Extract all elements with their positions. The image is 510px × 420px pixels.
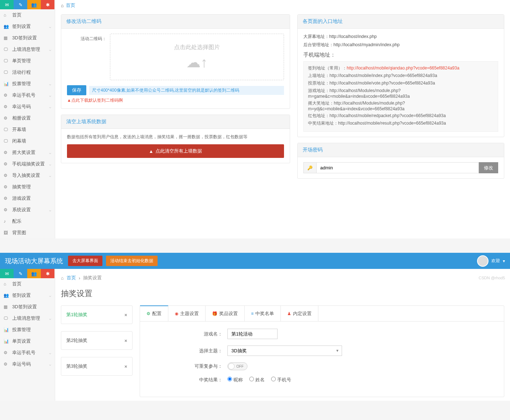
round-item[interactable]: 第2轮抽奖× xyxy=(61,331,133,350)
nav-icon: 📊 xyxy=(4,81,9,86)
tab[interactable]: ♟内定设置 xyxy=(281,306,318,321)
sidebar-item[interactable]: ⚙抽奖管理 xyxy=(0,181,55,193)
nav-label: 手机端抽奖设置 xyxy=(12,161,45,167)
sidebar-item[interactable]: ⚙游戏设置 xyxy=(0,193,55,204)
sidebar-item[interactable]: 👥签到设置⌵ xyxy=(0,21,55,32)
nav-label: 投票管理 xyxy=(12,327,31,333)
close-icon[interactable]: × xyxy=(124,338,127,343)
nav-icon: ⚙ xyxy=(4,116,9,121)
tab-bar: ⚙配置◉主题设置🎁奖品设置≡中奖名单♟内定设置 xyxy=(140,306,504,322)
sidebar-item[interactable]: ⌂首页 xyxy=(0,278,55,290)
chevron-down-icon: ⌵ xyxy=(49,174,51,178)
clear-btn-label: 点此清空所有上墙数据 xyxy=(155,148,202,154)
sidebar-item[interactable]: 🖵闭幕墙 xyxy=(0,135,55,147)
theme-select[interactable]: 3D抽奖 xyxy=(227,346,342,356)
tab[interactable]: 🎁奖品设置 xyxy=(206,306,245,321)
tab[interactable]: ≡中奖名单 xyxy=(245,306,281,321)
sidebar-item[interactable]: 📊单页设置 xyxy=(0,335,55,347)
close-icon[interactable]: × xyxy=(124,364,127,369)
sidebar-item[interactable]: ▦3D签到设置 xyxy=(0,32,55,44)
breadcrumb-home-link[interactable]: 首页 xyxy=(67,275,76,281)
repeat-toggle[interactable]: OFF xyxy=(227,362,247,370)
sidebar-item[interactable]: 🖵上墙消息管理⌵ xyxy=(0,313,55,324)
qr-panel: 修改活动二维码 活动二维码： 点击此处选择图片 ☁↑ 保存 尺寸400*400像… xyxy=(61,14,290,109)
password-input[interactable] xyxy=(316,162,479,173)
nav-label: 幸运手机号 xyxy=(12,92,35,98)
sidebar-item[interactable]: ⚙导入抽奖设置⌵ xyxy=(0,170,55,181)
radio-option[interactable]: 昵称 xyxy=(227,377,243,382)
close-icon[interactable]: × xyxy=(124,312,127,318)
user-menu[interactable]: 欢迎 ▾ xyxy=(477,255,505,267)
nav-icon: ⚙ xyxy=(4,350,9,355)
nav-icon: 🖵 xyxy=(4,70,9,75)
tab[interactable]: ⚙配置 xyxy=(140,305,168,321)
radio-option[interactable]: 姓名 xyxy=(249,377,265,382)
sidebar-item[interactable]: 👥签到设置⌵ xyxy=(0,290,55,301)
tab-label: 中奖名单 xyxy=(255,310,274,317)
sidebar-item[interactable]: ⚙手机端抽奖设置⌵ xyxy=(0,158,55,170)
users-icon[interactable]: 👥 xyxy=(27,269,41,278)
clear-data-button[interactable]: ▲ 点此清空所有上墙数据 xyxy=(67,144,284,158)
brand-title: 现场活动大屏幕系统 xyxy=(5,257,63,265)
nav-icon: ⚙ xyxy=(4,196,9,201)
sidebar-item[interactable]: ⚙相册设置 xyxy=(0,112,55,124)
sidebar-item[interactable]: ⌂首页 xyxy=(0,9,55,21)
init-data-button[interactable]: 活动结束去初始化数据 xyxy=(106,256,158,266)
nav-label: 背景图 xyxy=(12,230,26,236)
go-bigscreen-button[interactable]: 去大屏幕界面 xyxy=(68,256,102,266)
sidebar-item[interactable]: ⚙幸运手机号⌵ xyxy=(0,90,55,101)
result-label: 中奖结果： xyxy=(149,377,227,383)
share-icon[interactable]: ✱ xyxy=(41,0,54,9)
radio-input[interactable] xyxy=(249,377,254,381)
sidebar-item[interactable]: ⚙幸运号码⌵ xyxy=(0,101,55,112)
toggle-off-text: OFF xyxy=(236,365,244,368)
tab[interactable]: ◉主题设置 xyxy=(168,306,206,321)
nav-label: 首页 xyxy=(12,281,21,287)
nav-icon: ⚙ xyxy=(4,362,9,367)
wechat-icon[interactable]: ✉ xyxy=(0,269,14,278)
sidebar-item[interactable]: ▦3D签到设置 xyxy=(0,301,55,313)
save-button[interactable]: 保存 xyxy=(67,85,86,95)
sidebar-item[interactable]: 🖵开幕墙 xyxy=(0,124,55,135)
welcome-text: 欢迎 xyxy=(491,258,500,264)
tab-label: 配置 xyxy=(152,310,162,317)
url-line: 摇大奖地址：http://localhost/Modules/module.ph… xyxy=(308,100,494,111)
edit-icon[interactable]: ✎ xyxy=(14,0,27,9)
sidebar-item[interactable]: 📊投票管理 xyxy=(0,324,55,335)
sidebar-item[interactable]: ⚙幸运手机号⌵ xyxy=(0,347,55,358)
modify-button[interactable]: 修改 xyxy=(479,162,498,173)
users-icon[interactable]: 👥 xyxy=(27,0,41,9)
sidebar-item[interactable]: 🖼背景图 xyxy=(0,227,55,238)
edit-icon[interactable]: ✎ xyxy=(14,269,27,278)
sidebar-item[interactable]: ⚙系统设置⌵ xyxy=(0,204,55,216)
radio-option[interactable]: 手机号 xyxy=(271,377,291,382)
radio-input[interactable] xyxy=(227,377,232,381)
sidebar-item[interactable]: ♪配乐 xyxy=(0,216,55,227)
qr-upload-area[interactable]: 点击此处选择图片 ☁↑ xyxy=(110,34,284,80)
chevron-down-icon: ⌵ xyxy=(49,362,51,366)
home-icon[interactable]: ⌂ xyxy=(61,275,64,281)
watermark: CSDN @rhod5 xyxy=(478,276,505,280)
nav-icon: ⌂ xyxy=(4,13,9,18)
home-icon[interactable]: ⌂ xyxy=(61,3,64,8)
nav-label: 3D签到设置 xyxy=(12,35,37,41)
breadcrumb-link[interactable]: 首页 xyxy=(66,2,75,9)
round-item[interactable]: 第3轮抽奖× xyxy=(61,357,133,376)
sidebar-item[interactable]: ⚙幸运号码⌵ xyxy=(0,358,55,370)
admin-addr: 后台管理地址：http://localhost/myadmin/index.ph… xyxy=(303,42,498,48)
sidebar-item[interactable]: 🖵活动行程 xyxy=(0,67,55,78)
radio-input[interactable] xyxy=(271,377,276,381)
sidebar-item[interactable]: ⚙摇大奖设置⌵ xyxy=(0,147,55,158)
avatar xyxy=(477,255,489,267)
sidebar-item[interactable]: 📊投票管理⌵ xyxy=(0,78,55,90)
game-name-input[interactable] xyxy=(227,329,278,339)
chevron-down-icon: ⌵ xyxy=(49,105,51,109)
wechat-icon[interactable]: ✉ xyxy=(0,0,14,9)
sidebar-item[interactable]: 🖵上墙消息管理⌵ xyxy=(0,44,55,55)
chevron-down-icon: ⌵ xyxy=(49,351,51,355)
nav-label: 首页 xyxy=(12,12,21,18)
sidebar-item[interactable]: 🖵单页管理 xyxy=(0,55,55,67)
share-icon[interactable]: ✱ xyxy=(41,269,54,278)
round-item[interactable]: 第1轮抽奖× xyxy=(61,305,133,324)
download-qr-link[interactable]: ▲点此下载默认签到二维码啊 xyxy=(67,97,123,103)
